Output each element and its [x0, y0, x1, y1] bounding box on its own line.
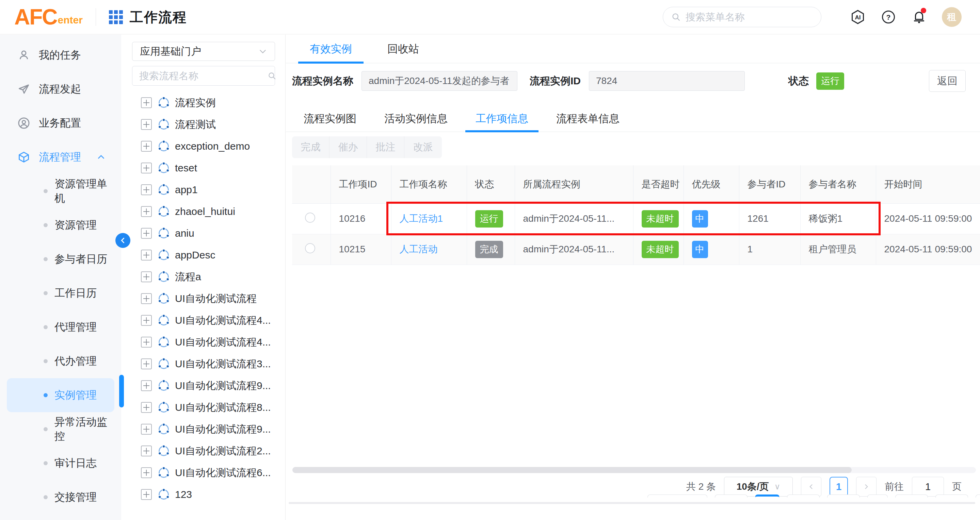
process-search-input[interactable]	[139, 70, 267, 82]
tree-item[interactable]: UI自动化测试流程8...	[121, 396, 285, 418]
expand-plus-icon[interactable]	[141, 293, 152, 304]
complete-button[interactable]: 完成	[292, 136, 329, 158]
tree-item[interactable]: teset	[121, 157, 285, 179]
tree-item[interactable]: UI自动化测试流程9...	[121, 418, 285, 440]
urge-button[interactable]: 催办	[329, 136, 367, 158]
process-tree-panel: 应用基础门户 流程实例	[121, 35, 286, 520]
horizontal-scrollbar[interactable]	[293, 467, 976, 473]
sidebar-item-instance-mgmt[interactable]: 实例管理	[7, 378, 115, 412]
app-grid-icon[interactable]	[109, 10, 123, 24]
bullet-dot-icon	[44, 325, 48, 329]
tree-item[interactable]: 流程实例	[121, 92, 285, 114]
tree-item[interactable]: aniu	[121, 222, 285, 244]
expand-plus-icon[interactable]	[141, 424, 152, 434]
sidebar-item-resource-mgmt[interactable]: 资源管理	[7, 208, 115, 242]
sidebar-collapse-button[interactable]	[115, 233, 130, 248]
tree-item[interactable]: UI自动化测试流程6...	[121, 462, 285, 484]
sidebar-item-audit-log[interactable]: 审计日志	[7, 446, 115, 480]
expand-plus-icon[interactable]	[141, 184, 152, 195]
tree-item[interactable]: app1	[121, 179, 285, 201]
tree-item[interactable]: zhaoel_huitui	[121, 201, 285, 222]
tree-item[interactable]: UI自动化测试流程3...	[121, 353, 285, 375]
current-page-button[interactable]: 1	[830, 477, 848, 496]
ai-assistant-icon[interactable]: AI	[850, 9, 865, 25]
workitem-name-link[interactable]: 人工活动1	[399, 213, 443, 224]
afcenter-logo[interactable]: AFC enter	[14, 7, 83, 27]
tab-recycle-bin[interactable]: 回收站	[387, 35, 419, 63]
tree-item[interactable]: UI自动化测试流程9...	[121, 375, 285, 396]
workitem-name-link[interactable]: 人工活动	[399, 244, 438, 254]
tab-process-form-info[interactable]: 流程表单信息	[556, 105, 619, 132]
sidebar-item-abnormal-activity-monitor[interactable]: 异常活动监控	[7, 412, 115, 446]
page-size-select[interactable]: 10条/页 ∨	[724, 477, 793, 496]
expand-plus-icon[interactable]	[141, 337, 152, 347]
column-select	[292, 165, 331, 203]
process-node-icon	[157, 357, 170, 370]
avatar[interactable]: 租	[942, 7, 962, 27]
back-button[interactable]: 返回	[929, 70, 966, 92]
sidebar-item-my-tasks[interactable]: 我的任务	[7, 38, 115, 72]
process-search-box[interactable]	[132, 66, 275, 86]
expand-plus-icon[interactable]	[141, 489, 152, 500]
tree-item[interactable]: 流程a	[121, 266, 285, 288]
sidebar-item-start-process[interactable]: 流程发起	[7, 72, 115, 106]
tree-item[interactable]: 123	[121, 484, 285, 506]
sidebar-item-todo-mgmt[interactable]: 代办管理	[7, 344, 115, 378]
prev-page-button[interactable]	[801, 477, 821, 496]
expand-plus-icon[interactable]	[141, 97, 152, 108]
tree-item[interactable]: UI自动化测试流程2...	[121, 440, 285, 462]
sidebar-item-business-config[interactable]: 业务配置	[7, 106, 115, 140]
next-page-button[interactable]	[856, 477, 877, 496]
menu-search-input[interactable]	[686, 11, 814, 23]
sidebar-item-participant-calendar[interactable]: 参与者日历	[7, 242, 115, 276]
bullet-dot-icon	[44, 223, 48, 227]
expand-plus-icon[interactable]	[141, 271, 152, 282]
help-icon[interactable]: ?	[881, 9, 896, 25]
expand-plus-icon[interactable]	[141, 315, 152, 326]
horizontal-scrollbar-thumb[interactable]	[293, 467, 852, 473]
tree-item[interactable]: UI自动化测试流程	[121, 288, 285, 309]
tab-activity-instance-info[interactable]: 活动实例信息	[384, 105, 448, 132]
process-node-icon	[157, 466, 170, 479]
expand-plus-icon[interactable]	[141, 358, 152, 369]
bullet-dot-icon	[44, 427, 48, 431]
expand-plus-icon[interactable]	[141, 445, 152, 457]
expand-plus-icon[interactable]	[141, 380, 152, 391]
tree-item[interactable]: appDesc	[121, 244, 285, 266]
instance-name-field[interactable]	[361, 71, 517, 91]
reassign-button[interactable]: 改派	[404, 136, 442, 158]
expand-plus-icon[interactable]	[141, 119, 152, 130]
annotate-button[interactable]: 批注	[367, 136, 404, 158]
tree-item[interactable]: UI自动化测试流程4...	[121, 331, 285, 353]
tab-valid-instances[interactable]: 有效实例	[310, 35, 352, 63]
expand-plus-icon[interactable]	[141, 206, 152, 217]
instance-id-field[interactable]	[589, 71, 745, 91]
sidebar-active-indicator	[119, 375, 124, 407]
column-owning-instance: 所属流程实例	[515, 165, 633, 203]
expand-plus-icon[interactable]	[141, 228, 152, 239]
expand-plus-icon[interactable]	[141, 467, 152, 478]
menu-search-box[interactable]	[663, 7, 821, 27]
tree-item[interactable]: exception_demo	[121, 135, 285, 157]
row-radio[interactable]	[305, 212, 315, 223]
tab-workitem-info[interactable]: 工作项信息	[476, 105, 528, 132]
row-radio[interactable]	[305, 243, 315, 254]
tree-item[interactable]: 流程测试	[121, 114, 285, 135]
expand-plus-icon[interactable]	[141, 163, 152, 173]
sidebar-item-work-calendar[interactable]: 工作日历	[7, 276, 115, 310]
process-node-icon	[157, 227, 170, 240]
tab-process-instance-diagram[interactable]: 流程实例图	[304, 105, 356, 132]
goto-page-input[interactable]	[912, 477, 944, 496]
sidebar-item-resource-mgmt-standalone[interactable]: 资源管理单机	[7, 174, 115, 208]
cell-owning-instance: admin于2024-05-11...	[515, 203, 633, 234]
sidebar-item-handover-mgmt[interactable]: 交接管理	[7, 480, 115, 514]
sidebar-item-process-management[interactable]: 流程管理	[7, 140, 115, 174]
top-header: AFC enter 工作流程 AI ?	[0, 0, 980, 34]
sidebar-item-proxy-mgmt[interactable]: 代理管理	[7, 310, 115, 344]
expand-plus-icon[interactable]	[141, 141, 152, 152]
expand-plus-icon[interactable]	[141, 402, 152, 413]
tree-item[interactable]: UI自动化测试流程4...	[121, 309, 285, 331]
app-selector-dropdown[interactable]: 应用基础门户	[132, 42, 275, 61]
expand-plus-icon[interactable]	[141, 250, 152, 260]
notification-bell-icon[interactable]	[911, 9, 927, 25]
